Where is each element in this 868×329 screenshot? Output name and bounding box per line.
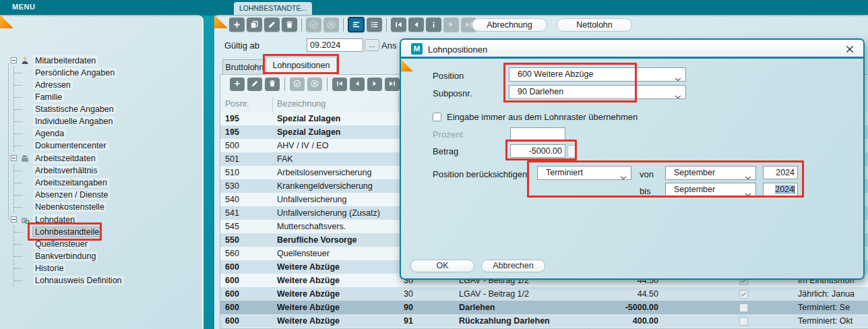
close-icon[interactable] [844, 44, 855, 55]
window-tab-lohnbestandteile[interactable]: LOHNBESTANDTE... [234, 2, 312, 15]
sidebar-tree: MitarbeiterdatenPersönliche AngabenAdres… [5, 54, 198, 287]
next-icon [447, 20, 456, 29]
sidebar-item-agenda[interactable]: Agenda [14, 127, 198, 140]
cell-posnr: 600 [225, 287, 270, 301]
list-view-button[interactable] [367, 18, 382, 32]
prev-button[interactable] [350, 78, 365, 91]
table-row[interactable]: 600Weitere Abzüge91Rückzahlung Darlehen4… [220, 314, 868, 328]
lohnraster-checkbox-label: Eingabe immer aus dem Lohnraster überneh… [447, 112, 638, 122]
gueltig-ab-input[interactable]: 09.2024 [307, 38, 363, 52]
tree-root-mitarbeiterdaten[interactable]: Mitarbeiterdaten [5, 54, 198, 67]
sidebar-panel: MitarbeiterdatenPersönliche AngabenAdres… [0, 15, 204, 329]
add-button[interactable] [230, 78, 245, 91]
cell-bezeichnung: AHV / IV / EO [277, 139, 396, 152]
sidebar-item-label: Bankverbindung [33, 251, 98, 261]
sidebar-item-dokumentencenter[interactable]: Dokumentencenter [14, 140, 198, 152]
toolbar-separator [284, 78, 285, 91]
collapse-icon[interactable] [11, 216, 17, 222]
form-view-button[interactable] [348, 17, 365, 32]
confirm-icon [293, 78, 301, 90]
app-logo-icon: M [411, 43, 423, 55]
copy-button[interactable] [247, 18, 262, 32]
sidebar-item-familie[interactable]: Familie [14, 91, 198, 103]
cell-posnr: 600 [225, 301, 270, 314]
cell-status: Jährlich: Janua [798, 287, 868, 301]
cell-sub-bezeichnung: LGAV - Beitrag 1/2 [459, 287, 584, 301]
add-icon [232, 20, 241, 29]
table-row[interactable]: 600Weitere Abzüge90Darlehen-5000.00Termi… [220, 301, 868, 314]
table-row[interactable]: 600Weitere Abzüge30LGAV - Beitrag 1/244.… [220, 287, 868, 301]
sidebar-item-arbeitsverhältnis[interactable]: Arbeitsverhältnis [14, 164, 198, 177]
sidebar-item-absenzen-dienste[interactable]: Absenzen / Dienste [14, 189, 198, 201]
sidebar-item-label: Arbeitsverhältnis [33, 166, 99, 175]
sidebar-item-historie[interactable]: Historie [14, 262, 198, 274]
row-checkbox[interactable] [739, 303, 748, 312]
prev-icon [353, 78, 361, 90]
sidebar-item-label: Agenda [33, 129, 66, 138]
betrag-label: Betrag [433, 146, 458, 156]
sidebar-item-label: Lohnausweis Definition [33, 276, 124, 285]
prev-button[interactable] [408, 18, 424, 32]
cell-subposnr: 90 [404, 301, 448, 314]
prev-icon [412, 20, 421, 29]
cell-posnr: 545 [225, 220, 270, 233]
sidebar-item-bankverbindung[interactable]: Bankverbindung [14, 250, 198, 262]
top-band: MENU LOHNBESTANDTE... [0, 0, 868, 15]
info-button[interactable] [426, 18, 441, 32]
add-button[interactable] [229, 18, 245, 32]
sidebar-item-arbeitszeitangaben[interactable]: Arbeitszeitangaben [14, 177, 198, 189]
tree-root-label[interactable]: Mitarbeiterdaten [33, 55, 98, 66]
tree-root-label[interactable]: Arbeitszeitdaten [33, 153, 98, 164]
lohnraster-checkbox[interactable] [433, 113, 441, 121]
edit-button[interactable] [247, 78, 262, 91]
cell-posnr: 195 [225, 112, 270, 125]
cell-status: Terminiert: Se [798, 301, 868, 314]
tab-bruttolohn[interactable]: Bruttolohn [222, 59, 267, 74]
first-button[interactable] [332, 78, 347, 91]
prozent-input[interactable] [510, 127, 565, 141]
main-toolbar [229, 17, 476, 32]
cell-posnr: 501 [225, 152, 270, 166]
sidebar-item-lohnausweis-definition[interactable]: Lohnausweis Definition [14, 274, 198, 287]
cell-sub-bezeichnung: Darlehen [459, 301, 584, 314]
last-button[interactable] [385, 78, 400, 91]
delete-button[interactable] [265, 78, 280, 91]
header-posnr[interactable]: Posnr. [225, 97, 270, 111]
edit-button[interactable] [264, 18, 280, 32]
sidebar-item-adressen[interactable]: Adressen [14, 79, 198, 91]
tree-root-arbeitszeitdaten[interactable]: Arbeitszeitdaten [5, 152, 198, 164]
collapse-icon[interactable] [11, 155, 17, 161]
chevron-down-icon [675, 90, 681, 94]
nettolohn-button[interactable]: Nettolohn [557, 18, 632, 32]
ok-button[interactable]: OK [410, 260, 474, 272]
gueltig-ab-more-button[interactable]: ... [365, 39, 379, 51]
cell-bezeichnung: Spezial Zulagen [277, 125, 396, 139]
abrechnung-button[interactable]: Abrechnung [472, 18, 547, 32]
next-button [443, 18, 459, 32]
row-checkbox[interactable] [739, 317, 748, 326]
add-icon [233, 78, 241, 90]
sidebar-item-label: Historie [33, 264, 65, 273]
next-button[interactable] [367, 78, 382, 91]
clipped-label: Ans [381, 40, 399, 51]
list-view-icon [370, 20, 379, 29]
worktime-icon [20, 154, 30, 163]
employee-icon [20, 56, 30, 65]
sidebar-item-label: Adressen [33, 80, 73, 90]
sidebar-item-individuelle-angaben[interactable]: Individuelle Angaben [14, 115, 198, 127]
cell-bezeichnung: Arbeitslosenversicherung [277, 166, 396, 179]
cancel-icon [327, 20, 336, 29]
first-button[interactable] [391, 18, 406, 32]
row-checkbox[interactable] [739, 290, 748, 299]
cell-status: Terminiert: Okt [798, 314, 868, 328]
cell-posnr: 541 [225, 206, 270, 220]
sidebar-item-persönliche-angaben[interactable]: Persönliche Angaben [14, 67, 198, 79]
header-bezeichnung[interactable]: Bezeichnung [277, 97, 396, 111]
collapse-icon[interactable] [11, 57, 17, 63]
cancel-button[interactable]: Abbrechen [481, 260, 545, 272]
sidebar-item-nebenkostenstelle[interactable]: Nebenkostenstelle [14, 201, 198, 213]
cell-posnr: 600 [225, 274, 270, 287]
sidebar-item-statistische-angaben[interactable]: Statistische Angaben [14, 103, 198, 115]
delete-button[interactable] [282, 18, 297, 32]
dialog-title-bar[interactable]: M Lohnpositionen [401, 40, 863, 59]
